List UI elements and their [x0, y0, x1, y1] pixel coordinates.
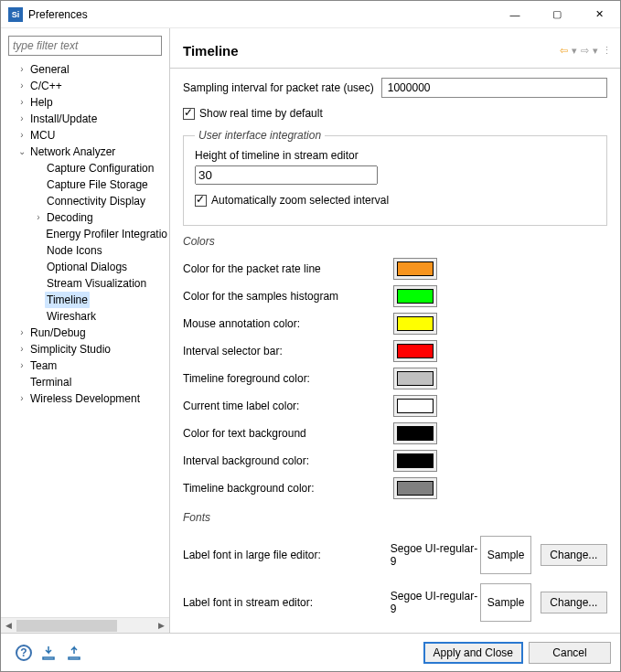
tree-item-mcu[interactable]: ›MCU — [5, 127, 169, 144]
maximize-button[interactable]: ▢ — [536, 1, 578, 28]
chevron-right-icon[interactable]: › — [16, 94, 28, 111]
colors-list: Color for the packet rate lineColor for … — [183, 255, 607, 502]
chevron-right-icon[interactable]: › — [16, 325, 28, 341]
fonts-list: Label font in large file editor:Segoe UI… — [183, 531, 607, 626]
bottom-icons: ? — [10, 645, 423, 661]
tree-item-label: Install/Update — [28, 111, 99, 127]
forward-menu-icon[interactable]: ▾ — [593, 45, 598, 57]
tree-item-label: Team — [28, 357, 59, 374]
fonts-title: Fonts — [183, 511, 607, 524]
sampling-label: Sampling interval for packet rate (usec) — [183, 81, 374, 94]
app-icon: Si — [8, 7, 23, 22]
tree-item-capture-configuration[interactable]: Capture Configuration — [5, 160, 169, 176]
font-sample-button[interactable]: Sample — [480, 583, 530, 622]
tree-item-general[interactable]: ›General — [5, 61, 169, 78]
chevron-right-icon[interactable]: › — [16, 127, 28, 144]
color-label: Current time label color: — [183, 400, 393, 412]
chevron-right-icon[interactable]: › — [16, 78, 28, 94]
height-label: Height of timeline in stream editor — [195, 149, 597, 162]
chevron-right-icon[interactable]: › — [16, 357, 28, 374]
tree-item-c-c-[interactable]: ›C/C++ — [5, 78, 169, 94]
import-icon[interactable] — [41, 645, 58, 661]
tree-item-capture-file-storage[interactable]: Capture File Storage — [5, 176, 169, 193]
tree-item-decoding[interactable]: ›Decoding — [5, 209, 169, 226]
tree-item-terminal[interactable]: Terminal — [5, 374, 169, 390]
color-swatch — [397, 344, 434, 358]
tree-item-label: Help — [28, 94, 55, 111]
font-row: Label font in large file editor:Segoe UI… — [183, 531, 607, 579]
font-change-button[interactable]: Change... — [541, 592, 607, 613]
show-real-time-checkbox[interactable] — [183, 108, 195, 120]
forward-icon: ⇨ — [581, 45, 589, 57]
auto-zoom-row[interactable]: Automatically zoom selected interval — [195, 190, 597, 210]
titlebar: Si Preferences — ▢ ✕ — [1, 1, 620, 28]
chevron-right-icon[interactable]: › — [16, 390, 28, 407]
chevron-right-icon[interactable]: › — [16, 61, 28, 78]
tree-item-simplicity-studio[interactable]: ›Simplicity Studio — [5, 341, 169, 357]
color-swatch-button[interactable] — [393, 450, 437, 472]
tree-item-optional-dialogs[interactable]: Optional Dialogs — [5, 259, 169, 275]
font-sample-button[interactable]: Sample — [480, 536, 530, 574]
sampling-input[interactable] — [381, 78, 607, 98]
tree-item-network-analyzer[interactable]: ⌄Network Analyzer — [5, 144, 169, 160]
tree-item-energy-profiler-integratio[interactable]: Energy Profiler Integratio — [5, 226, 169, 242]
horizontal-scrollbar[interactable]: ◀ ▶ — [1, 617, 169, 633]
tree-item-label: Timeline — [45, 292, 90, 308]
chevron-right-icon[interactable]: › — [16, 341, 28, 357]
cancel-button[interactable]: Cancel — [529, 642, 611, 664]
tree-item-label: Connectivity Display — [45, 193, 147, 209]
color-swatch-button[interactable] — [393, 258, 437, 280]
back-menu-icon[interactable]: ▾ — [572, 45, 577, 57]
color-swatch-button[interactable] — [393, 313, 437, 335]
tree-item-wireless-development[interactable]: ›Wireless Development — [5, 390, 169, 407]
scroll-thumb[interactable] — [16, 620, 117, 632]
chevron-right-icon[interactable]: › — [32, 209, 45, 226]
apply-and-close-button[interactable]: Apply and Close — [423, 642, 523, 664]
tree-item-run-debug[interactable]: ›Run/Debug — [5, 325, 169, 341]
tree-item-help[interactable]: ›Help — [5, 94, 169, 111]
back-icon[interactable]: ⇦ — [560, 45, 568, 57]
color-label: Color for the packet rate line — [183, 262, 393, 275]
view-menu-icon[interactable]: ⋮ — [602, 45, 611, 57]
tree-item-connectivity-display[interactable]: Connectivity Display — [5, 193, 169, 209]
help-icon[interactable]: ? — [16, 645, 32, 661]
color-swatch-button[interactable] — [393, 477, 437, 499]
sampling-row: Sampling interval for packet rate (usec) — [183, 78, 607, 98]
filter-input[interactable] — [8, 36, 162, 56]
scroll-right-icon[interactable]: ▶ — [154, 618, 169, 634]
tree-item-install-update[interactable]: ›Install/Update — [5, 111, 169, 127]
tree-item-label: Simplicity Studio — [28, 341, 112, 357]
color-swatch-button[interactable] — [393, 422, 437, 444]
tree-item-label: Wireshark — [45, 308, 98, 325]
close-button[interactable]: ✕ — [578, 1, 620, 28]
preferences-tree[interactable]: ›General›C/C++›Help›Install/Update›MCU⌄N… — [1, 61, 169, 617]
ui-integration-legend: User interface integration — [195, 129, 325, 142]
color-swatch — [397, 261, 434, 276]
export-icon[interactable] — [67, 645, 83, 661]
show-real-time-row[interactable]: Show real time by default — [183, 103, 607, 123]
tree-item-node-icons[interactable]: Node Icons — [5, 242, 169, 259]
tree-item-timeline[interactable]: Timeline — [5, 292, 169, 308]
chevron-right-icon[interactable]: › — [16, 111, 28, 127]
color-swatch-button[interactable] — [393, 340, 437, 362]
tree-item-team[interactable]: ›Team — [5, 357, 169, 374]
main-header: Timeline ⇦ ▾ ⇨ ▾ ⋮ — [170, 34, 620, 69]
color-label: Interval background color: — [183, 454, 393, 467]
chevron-down-icon[interactable]: ⌄ — [16, 144, 28, 160]
font-change-button[interactable]: Change... — [541, 544, 607, 566]
color-swatch-button[interactable] — [393, 285, 437, 307]
color-swatch — [397, 399, 434, 413]
color-swatch-button[interactable] — [393, 368, 437, 389]
color-swatch-button[interactable] — [393, 395, 437, 417]
ui-integration-group: User interface integration Height of tim… — [183, 129, 607, 226]
auto-zoom-checkbox[interactable] — [195, 195, 207, 207]
tree-item-label: Energy Profiler Integratio — [44, 226, 169, 242]
scroll-track[interactable] — [16, 618, 154, 634]
tree-item-wireshark[interactable]: Wireshark — [5, 308, 169, 325]
minimize-button[interactable]: — — [494, 1, 536, 28]
tree-item-stream-visualization[interactable]: Stream Visualization — [5, 275, 169, 292]
scroll-left-icon[interactable]: ◀ — [1, 618, 16, 634]
color-swatch — [397, 371, 434, 386]
height-input[interactable] — [195, 165, 378, 185]
page-title: Timeline — [183, 43, 560, 59]
